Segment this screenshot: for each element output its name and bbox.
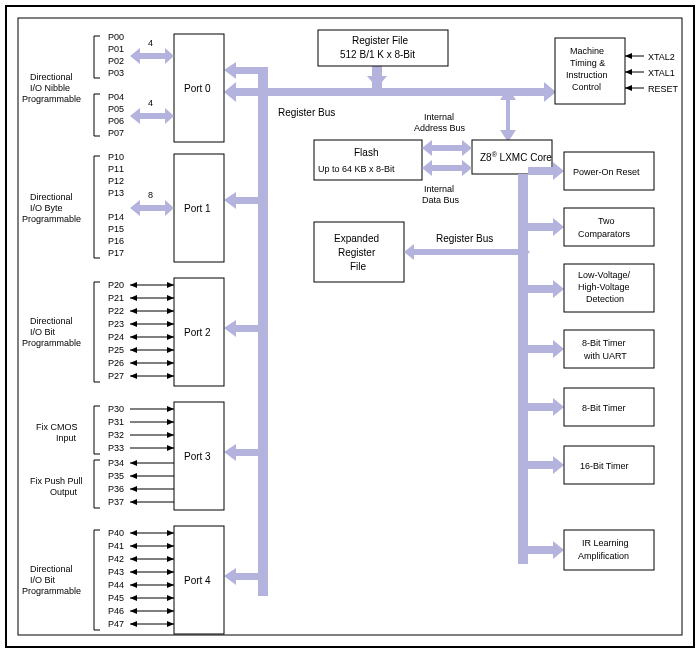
svg-text:RESET: RESET <box>648 84 679 94</box>
svg-text:P36: P36 <box>108 484 124 494</box>
svg-text:8-Bit Timer: 8-Bit Timer <box>582 403 626 413</box>
svg-text:with UART: with UART <box>583 351 627 361</box>
svg-text:P21: P21 <box>108 293 124 303</box>
svg-text:Comparators: Comparators <box>578 229 631 239</box>
svg-text:512 B/1 K x 8-Bit: 512 B/1 K x 8-Bit <box>340 49 415 60</box>
port1-label: Port 1 <box>184 203 211 214</box>
svg-text:Output: Output <box>50 487 78 497</box>
svg-text:P06: P06 <box>108 116 124 126</box>
svg-text:P37: P37 <box>108 497 124 507</box>
ir-block <box>564 530 654 570</box>
svg-text:Programmable: Programmable <box>22 338 81 348</box>
svg-text:P22: P22 <box>108 306 124 316</box>
svg-text:P04: P04 <box>108 92 124 102</box>
svg-text:I/O Byte: I/O Byte <box>30 203 63 213</box>
svg-text:Input: Input <box>56 433 77 443</box>
core-label: Z8® LXMC Core <box>480 151 552 163</box>
port0-vstub <box>258 67 268 96</box>
vertical-right-bus <box>518 174 528 564</box>
svg-text:File: File <box>350 261 367 272</box>
svg-text:Power-On Reset: Power-On Reset <box>573 167 640 177</box>
flash-block <box>314 140 422 180</box>
svg-text:P27: P27 <box>108 371 124 381</box>
svg-text:P10: P10 <box>108 152 124 162</box>
svg-text:Directional: Directional <box>30 316 73 326</box>
port4-label: Port 4 <box>184 575 211 586</box>
svg-text:I/O Nibble: I/O Nibble <box>30 83 70 93</box>
svg-text:Fix CMOS: Fix CMOS <box>36 422 78 432</box>
svg-text:Amplification: Amplification <box>578 551 629 561</box>
svg-text:P05: P05 <box>108 104 124 114</box>
svg-text:Fix Push Pull: Fix Push Pull <box>30 476 83 486</box>
svg-text:P16: P16 <box>108 236 124 246</box>
svg-text:P00: P00 <box>108 32 124 42</box>
svg-text:P13: P13 <box>108 188 124 198</box>
svg-text:P32: P32 <box>108 430 124 440</box>
svg-text:P02: P02 <box>108 56 124 66</box>
svg-text:P44: P44 <box>108 580 124 590</box>
svg-text:P11: P11 <box>108 164 124 174</box>
svg-text:16-Bit Timer: 16-Bit Timer <box>580 461 629 471</box>
svg-text:IR Learning: IR Learning <box>582 538 629 548</box>
svg-text:Directional: Directional <box>30 192 73 202</box>
svg-text:Register File: Register File <box>352 35 409 46</box>
port3-label: Port 3 <box>184 451 211 462</box>
svg-text:P30: P30 <box>108 404 124 414</box>
svg-text:P46: P46 <box>108 606 124 616</box>
svg-text:Flash: Flash <box>354 147 378 158</box>
svg-text:P34: P34 <box>108 458 124 468</box>
vertical-left-bus <box>258 96 268 596</box>
svg-text:Two: Two <box>598 216 615 226</box>
port2-label: Port 2 <box>184 327 211 338</box>
svg-text:XTAL2: XTAL2 <box>648 52 675 62</box>
svg-text:Register: Register <box>338 247 376 258</box>
svg-text:Programmable: Programmable <box>22 94 81 104</box>
svg-text:P42: P42 <box>108 554 124 564</box>
svg-text:I/O Bit: I/O Bit <box>30 327 56 337</box>
svg-text:P45: P45 <box>108 593 124 603</box>
svg-text:Up to 64 KB x 8-Bit: Up to 64 KB x 8-Bit <box>318 164 395 174</box>
register-bus-label: Register Bus <box>278 107 335 118</box>
svg-text:P47: P47 <box>108 619 124 629</box>
svg-text:P24: P24 <box>108 332 124 342</box>
svg-text:Directional: Directional <box>30 564 73 574</box>
svg-text:P01: P01 <box>108 44 124 54</box>
svg-text:Programmable: Programmable <box>22 214 81 224</box>
svg-text:Control: Control <box>572 82 601 92</box>
svg-text:Instruction: Instruction <box>566 70 608 80</box>
svg-text:P23: P23 <box>108 319 124 329</box>
svg-text:I/O Bit: I/O Bit <box>30 575 56 585</box>
svg-text:P15: P15 <box>108 224 124 234</box>
svg-text:Internal: Internal <box>424 184 454 194</box>
svg-text:Internal: Internal <box>424 112 454 122</box>
svg-text:Directional: Directional <box>30 72 73 82</box>
svg-text:P31: P31 <box>108 417 124 427</box>
svg-text:Address Bus: Address Bus <box>414 123 466 133</box>
svg-text:P20: P20 <box>108 280 124 290</box>
port0-label: Port 0 <box>184 83 211 94</box>
svg-text:P41: P41 <box>108 541 124 551</box>
port0-bot-width: 4 <box>148 98 153 108</box>
svg-text:Expanded: Expanded <box>334 233 379 244</box>
block-diagram: Register Bus Port 0 P00 P01 P02 P03 P04 … <box>0 0 700 653</box>
svg-text:P12: P12 <box>108 176 124 186</box>
svg-text:P07: P07 <box>108 128 124 138</box>
svg-text:P17: P17 <box>108 248 124 258</box>
comparators-block <box>564 208 654 246</box>
port0-top-width: 4 <box>148 38 153 48</box>
svg-text:Programmable: Programmable <box>22 586 81 596</box>
svg-text:XTAL1: XTAL1 <box>648 68 675 78</box>
svg-text:P43: P43 <box>108 567 124 577</box>
svg-text:P40: P40 <box>108 528 124 538</box>
port1-width: 8 <box>148 190 153 200</box>
svg-text:P14: P14 <box>108 212 124 222</box>
timer8-uart-block <box>564 330 654 368</box>
svg-text:Low-Voltage/: Low-Voltage/ <box>578 270 631 280</box>
svg-text:High-Voltage: High-Voltage <box>578 282 630 292</box>
svg-text:P26: P26 <box>108 358 124 368</box>
svg-text:P35: P35 <box>108 471 124 481</box>
svg-text:Timing &: Timing & <box>570 58 605 68</box>
svg-text:P03: P03 <box>108 68 124 78</box>
svg-text:P33: P33 <box>108 443 124 453</box>
svg-text:Detection: Detection <box>586 294 624 304</box>
